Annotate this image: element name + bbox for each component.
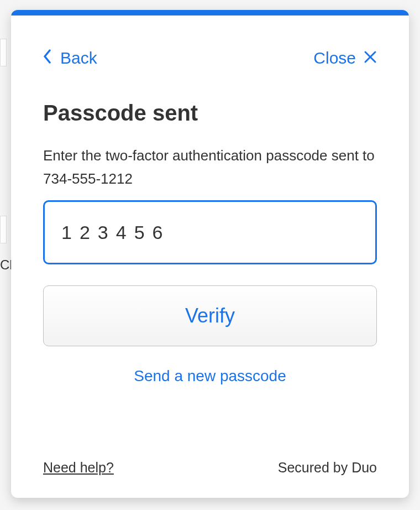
back-label: Back: [60, 49, 97, 67]
passcode-input[interactable]: [43, 200, 377, 264]
back-button[interactable]: Back: [43, 49, 97, 67]
modal-footer: Need help? Secured by Duo: [43, 460, 377, 476]
modal-header: Back Close: [43, 49, 377, 67]
secured-by-label: Secured by Duo: [278, 460, 377, 476]
chevron-left-icon: [43, 49, 51, 67]
bg-element: [0, 216, 7, 243]
modal-content: Back Close Passcode sent Enter the two-f…: [11, 15, 409, 498]
passcode-modal: Back Close Passcode sent Enter the two-f…: [11, 10, 409, 498]
help-link[interactable]: Need help?: [43, 460, 114, 476]
resend-passcode-link[interactable]: Send a new passcode: [43, 367, 377, 385]
verify-button[interactable]: Verify: [43, 285, 377, 346]
close-button[interactable]: Close: [313, 49, 377, 67]
bg-element: [0, 39, 7, 66]
close-label: Close: [313, 49, 356, 67]
page-title: Passcode sent: [43, 101, 377, 126]
close-icon: [364, 49, 377, 67]
instruction-text: Enter the two-factor authentication pass…: [43, 144, 377, 190]
modal-accent-bar: [11, 10, 409, 15]
